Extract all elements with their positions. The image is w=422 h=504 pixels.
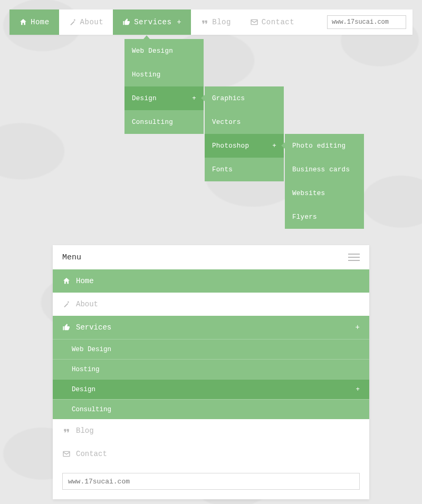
mobile-sub-consulting[interactable]: Consulting [53, 399, 369, 419]
mobile-item-home[interactable]: Home [53, 269, 369, 293]
submenu-label: Hosting [132, 71, 161, 79]
home-icon [19, 18, 27, 26]
submenu-label: Consulting [132, 119, 173, 126]
submenu-item-hosting[interactable]: Hosting [124, 63, 204, 86]
nav-item-blog[interactable]: Blog [191, 9, 241, 35]
mobile-item-services[interactable]: Services + [53, 316, 369, 339]
submenu-label: Graphics [212, 95, 245, 102]
mobile-menu-header: Menu [53, 245, 369, 269]
expand-indicator: + [356, 323, 360, 332]
mobile-sub-label: Consulting [72, 406, 360, 413]
submenu-item-graphics[interactable]: Graphics [205, 86, 284, 110]
mobile-sub-label: Web Design [72, 346, 360, 353]
mobile-sub-hosting[interactable]: Hosting [53, 359, 369, 379]
submenu-item-business-cards[interactable]: Business cards [285, 158, 364, 181]
mobile-sub-label: Hosting [72, 366, 360, 373]
submenu-label: Photo editing [292, 142, 346, 150]
submenu-item-fonts[interactable]: Fonts [205, 158, 284, 181]
submenu-item-photo-editing[interactable]: Photo editing [285, 134, 364, 158]
mobile-menu-card: Menu Home About Services + Web Design Ho… [53, 245, 369, 499]
hamburger-icon[interactable] [348, 251, 360, 263]
mobile-search-input[interactable] [62, 473, 360, 490]
nav-label: Services [134, 18, 171, 26]
mobile-item-label: Home [76, 277, 360, 285]
submenu-label: Vectors [212, 119, 241, 126]
top-navigation: Home About Services + Blog Contact [9, 9, 413, 35]
magic-icon [69, 18, 77, 26]
envelope-icon [62, 450, 71, 458]
submenu-item-web-design[interactable]: Web Design [124, 39, 204, 63]
mobile-sub-design[interactable]: Design+ [53, 379, 369, 399]
mobile-item-label: Services [76, 323, 350, 332]
nav-item-home[interactable]: Home [9, 9, 59, 35]
nav-item-about[interactable]: About [59, 9, 113, 35]
mobile-search-row [53, 466, 369, 490]
submenu-item-websites[interactable]: Websites [285, 181, 364, 205]
flyout-pointer [281, 142, 285, 149]
home-icon [62, 277, 71, 285]
expand-indicator: + [177, 18, 181, 26]
mobile-item-blog[interactable]: Blog [53, 419, 369, 442]
expand-indicator: + [356, 386, 360, 393]
services-submenu: Web Design Hosting Design+ Consulting [124, 39, 204, 134]
nav-item-services[interactable]: Services + [113, 9, 191, 35]
magic-icon [62, 300, 71, 308]
thumbs-up-icon [122, 18, 131, 26]
flyout-pointer [143, 35, 150, 39]
submenu-item-consulting[interactable]: Consulting [124, 110, 204, 134]
submenu-item-flyers[interactable]: Flyers [285, 205, 364, 229]
mobile-sub-label: Design [72, 386, 350, 393]
submenu-label: Websites [292, 190, 325, 197]
quote-icon [62, 427, 71, 435]
search-input[interactable] [327, 15, 406, 29]
submenu-item-vectors[interactable]: Vectors [205, 110, 284, 134]
submenu-item-design[interactable]: Design+ [124, 86, 204, 110]
mobile-item-label: About [76, 300, 360, 308]
nav-item-contact[interactable]: Contact [241, 9, 304, 35]
mobile-item-about[interactable]: About [53, 293, 369, 316]
submenu-label: Fonts [212, 166, 233, 173]
design-submenu: Graphics Vectors Photoshop+ Fonts [205, 86, 284, 181]
mobile-menu-title: Menu [62, 253, 81, 262]
photoshop-submenu: Photo editing Business cards Websites Fl… [285, 134, 364, 229]
nav-label: Blog [212, 18, 231, 26]
submenu-label: Web Design [132, 47, 173, 55]
mobile-item-label: Contact [76, 450, 360, 458]
nav-label: About [80, 18, 104, 26]
expand-indicator: + [192, 95, 196, 102]
expand-indicator: + [272, 142, 276, 150]
envelope-icon [250, 18, 258, 26]
nav-spacer [304, 9, 327, 35]
submenu-label: Business cards [292, 166, 350, 173]
flyout-pointer [201, 95, 205, 101]
submenu-label: Photoshop [212, 142, 249, 150]
submenu-label: Flyers [292, 214, 317, 221]
mobile-item-label: Blog [76, 427, 360, 435]
thumbs-up-icon [62, 323, 71, 332]
submenu-item-photoshop[interactable]: Photoshop+ [205, 134, 284, 158]
nav-label: Contact [262, 18, 294, 26]
nav-label: Home [31, 18, 50, 26]
submenu-label: Design [132, 95, 157, 102]
quote-icon [200, 18, 209, 26]
mobile-sub-web-design[interactable]: Web Design [53, 339, 369, 359]
mobile-item-contact[interactable]: Contact [53, 442, 369, 466]
